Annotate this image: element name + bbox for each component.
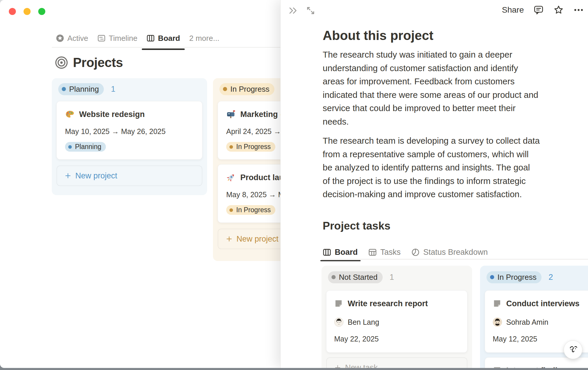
panel-toolbar-left <box>288 5 316 16</box>
column-header: Not Started 1 <box>326 272 467 283</box>
status-dot <box>62 87 66 91</box>
project-card-website-redesign[interactable]: Website redesign May 10, 2025 → May 26, … <box>56 101 202 160</box>
column-header: In Progress 2 <box>485 272 588 283</box>
task-tabs-divider <box>322 259 588 259</box>
tabs-divider <box>52 47 280 48</box>
star-circle-icon <box>56 34 64 42</box>
assignee-name: Sohrab Amin <box>506 318 548 327</box>
project-tasks-heading: Project tasks <box>323 220 558 232</box>
expand-page-icon[interactable] <box>305 5 316 16</box>
panel-toolbar-right: Share <box>502 5 584 15</box>
board-icon <box>146 34 155 42</box>
page-icon <box>493 366 502 368</box>
card-title: Write research report <box>348 299 428 308</box>
page-title[interactable]: Projects <box>73 55 123 70</box>
view-tab-board[interactable]: Board <box>146 34 180 43</box>
table-icon <box>368 248 377 257</box>
task-view-tabs: Board Tasks Status Breakdown <box>323 246 488 259</box>
board-column-planning: Planning 1 Website redesign May 10, 2025… <box>52 78 207 195</box>
zoom-window-button[interactable] <box>38 8 45 15</box>
status-dot <box>229 208 233 212</box>
card-status-tag: Planning <box>65 142 106 152</box>
status-dot <box>332 275 336 279</box>
status-dot <box>490 275 494 279</box>
task-column-not-started: Not Started 1 Write research report Ben … <box>322 266 472 368</box>
card-title: Conduct interviews <box>506 299 579 308</box>
view-tab-active[interactable]: Active <box>56 34 88 43</box>
status-dot <box>229 145 233 149</box>
timeline-icon <box>97 34 106 42</box>
card-date-range: May 10, 2025 → May 26, 2025 <box>65 127 194 136</box>
status-dot <box>223 87 227 91</box>
column-header: Planning 1 <box>56 83 202 95</box>
card-title: Product lau <box>240 173 284 182</box>
card-title: Website redesign <box>79 110 145 119</box>
card-title: Marketing c <box>240 110 284 119</box>
rocket-icon <box>226 173 236 182</box>
mailbox-icon <box>226 110 236 119</box>
avatar-sohrab-amin <box>493 317 502 327</box>
plus-icon <box>334 364 342 368</box>
page-icon <box>334 299 343 308</box>
about-paragraph-2: The research team is developing a survey… <box>323 134 558 201</box>
notion-ai-button[interactable] <box>564 340 582 359</box>
column-status-pill[interactable]: In Progress <box>487 271 542 283</box>
view-tab-timeline[interactable]: Timeline <box>97 34 137 43</box>
plus-icon <box>64 172 72 180</box>
view-tab-label: Active <box>67 34 88 43</box>
new-project-button[interactable]: New project <box>56 165 202 186</box>
page-icon <box>493 299 502 308</box>
view-tab-label: Board <box>158 34 180 43</box>
close-window-button[interactable] <box>9 8 16 15</box>
more-options-icon[interactable] <box>573 5 584 15</box>
assignee-name: Ben Lang <box>348 318 379 327</box>
window-controls <box>9 8 45 15</box>
view-tab-more[interactable]: 2 more... <box>189 34 219 43</box>
card-status-tag: In Progress <box>226 205 275 215</box>
favorite-star-icon[interactable] <box>553 5 564 15</box>
plus-icon <box>225 235 233 243</box>
task-card-write-research-report[interactable]: Write research report Ben Lang May 22, 2… <box>326 290 467 353</box>
task-tab-board[interactable]: Board <box>323 248 358 257</box>
minimize-window-button[interactable] <box>24 8 31 15</box>
view-tab-label: Timeline <box>109 34 137 43</box>
column-count: 2 <box>549 273 553 282</box>
share-button[interactable]: Share <box>502 5 524 15</box>
view-tab-label: 2 more... <box>189 34 219 43</box>
task-tab-tasks[interactable]: Tasks <box>368 248 401 257</box>
board-icon <box>323 248 331 257</box>
avatar-ben-lang <box>334 317 344 327</box>
about-heading: About this project <box>323 28 558 43</box>
card-title: Interpret findings <box>506 366 572 368</box>
palette-icon <box>65 110 74 119</box>
pie-chart-icon <box>411 248 420 257</box>
comments-icon[interactable] <box>533 5 544 15</box>
close-peek-chevrons-icon[interactable] <box>288 5 298 16</box>
card-status-tag: In Progress <box>226 142 275 152</box>
database-title-row: Projects <box>55 55 123 70</box>
notion-window: Active Timeline Board 2 more... Projects <box>0 0 588 368</box>
column-status-pill[interactable]: In Progress <box>219 83 274 95</box>
ai-face-icon <box>567 344 579 355</box>
view-tabs: Active Timeline Board 2 more... <box>56 31 219 45</box>
side-peek-panel: Share About this project The research st… <box>280 0 588 368</box>
task-tab-status-breakdown[interactable]: Status Breakdown <box>411 248 488 257</box>
card-due-date: May 22, 2025 <box>334 335 459 344</box>
target-icon <box>55 56 68 69</box>
column-count: 1 <box>111 85 115 94</box>
column-count: 1 <box>390 273 394 282</box>
column-status-pill[interactable]: Planning <box>58 83 104 95</box>
new-task-button[interactable]: New task <box>326 357 467 368</box>
about-paragraph-1: The research study was initiated to gain… <box>323 48 558 128</box>
column-status-pill[interactable]: Not Started <box>328 271 383 283</box>
status-dot <box>68 145 72 149</box>
